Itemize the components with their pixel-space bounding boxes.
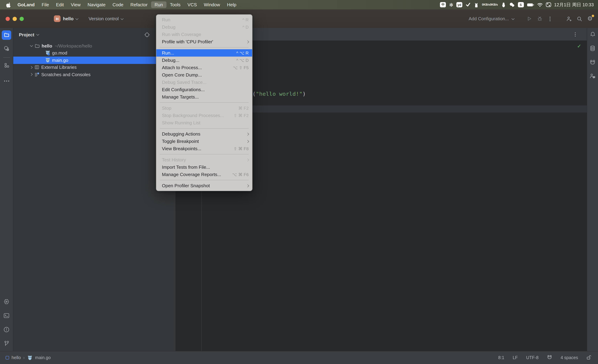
checkmark-app-icon[interactable] [465,2,471,8]
chatgpt-icon[interactable]: ✻ [449,2,453,8]
tree-row-scratches[interactable]: Scratches and Consoles [13,71,175,78]
tool-problems-button[interactable] [0,323,13,337]
menubar-item-help[interactable]: Help [224,1,240,8]
menubar-item-window[interactable]: Window [200,1,224,8]
qq-icon[interactable] [501,2,506,8]
menubar-item-view[interactable]: View [67,1,84,8]
menu-item-debug[interactable]: Debug^ D [156,24,252,31]
menu-item-profile-cpu[interactable]: Profile with 'CPU Profiler' [156,38,252,45]
cat-app-icon[interactable] [474,2,479,8]
project-badge[interactable]: H [54,15,60,22]
menu-item-debug-dialog[interactable]: Debug...^ ⌥ D [156,57,252,64]
tree-row-maingo[interactable]: main.go [13,57,175,64]
menu-item-edit-configurations[interactable]: Edit Configurations... [156,86,252,93]
youdao-icon[interactable]: yd [456,2,462,7]
menu-item-manage-coverage-reports[interactable]: Manage Coverage Reports...⌥ ⌘ F6 [156,171,252,178]
inspections-ok-icon[interactable]: ✓ [577,43,581,49]
menubar-item-refactor[interactable]: Refactor [127,1,151,8]
menu-item-stop[interactable]: Stop⌘ F2 [156,105,252,112]
menubar-item-code[interactable]: Code [109,1,127,8]
minimize-window-button[interactable] [13,16,17,21]
tool-commit-button[interactable]: ? [0,42,13,56]
input-method-icon[interactable]: 中 [440,2,446,7]
run-configuration-widget[interactable]: Add Configuration... [469,16,509,21]
menu-item-toggle-breakpoint[interactable]: Toggle Breakpoint [156,138,252,145]
menu-item-import-tests[interactable]: Import Tests from File... [156,163,252,171]
menu-item-run-with-coverage[interactable]: Run with Coverage [156,31,252,38]
menubar-item-vcs[interactable]: VCS [184,1,200,8]
network-speed-widget[interactable]: 0KB/s0KB/s [482,2,498,8]
battery-icon[interactable] [527,2,534,8]
tree-row-external-libraries[interactable]: External Libraries [13,64,175,71]
tree-row-hello[interactable]: hello ~/Workspace/hello [13,42,175,49]
zoom-window-button[interactable] [20,16,24,21]
wechat-icon[interactable] [509,2,515,8]
more-actions-button[interactable]: ⋮ [545,14,555,23]
menu-item-stop-background[interactable]: Stop Background Processes...⇧ ⌘ F2 [156,112,252,119]
menu-item-debugging-actions[interactable]: Debugging Actions [156,130,252,138]
project-panel: Project [13,28,176,351]
tool-run-button[interactable] [0,295,13,309]
expanded-chevron-icon[interactable] [30,44,33,47]
run-button[interactable] [524,14,534,23]
tool-gopher-button[interactable] [587,56,598,70]
menubar-clock[interactable]: 12月1日 周日 10:33 [554,1,594,8]
menubar-item-navigate[interactable]: Navigate [84,1,109,8]
menubar-item-tools[interactable]: Tools [166,1,184,8]
menubar-item-edit[interactable]: Edit [52,1,67,8]
tree-row-gomod[interactable]: go.mod [13,49,175,57]
line-ending-widget[interactable]: LF [513,355,518,360]
project-widget[interactable]: hello [63,16,74,21]
submenu-arrow-icon [246,133,249,136]
debug-button[interactable] [534,14,545,23]
tool-notifications-button[interactable] [587,28,598,42]
tool-project-button[interactable] [0,28,13,42]
breadcrumb-project[interactable]: hello [12,355,21,360]
indent-widget[interactable]: 4 spaces [561,355,578,360]
collapsed-chevron-icon[interactable] [30,73,33,76]
go-mod-file-icon [45,50,50,56]
project-panel-title[interactable]: Project [19,32,34,37]
settings-button[interactable]: ⚙ [585,14,595,23]
tool-terminal-button[interactable] [0,309,13,323]
tool-structure-button[interactable] [0,59,13,73]
more-tool-windows-button[interactable] [0,73,13,87]
project-panel-header: Project [13,28,175,41]
search-everywhere-button[interactable] [574,14,585,23]
screen: GoLand File Edit View Navigate Code Refa… [0,0,598,364]
unlocked-icon[interactable] [586,355,591,361]
menu-item-show-running-list[interactable]: Show Running List [156,119,252,126]
vcs-widget[interactable]: Version control [89,16,119,21]
tool-database-button[interactable] [587,42,598,56]
menubar-item-run[interactable]: Run [151,1,166,8]
menu-item-run-dialog[interactable]: Run...^ ⌥ R [156,49,252,57]
menu-item-test-history[interactable]: Test History [156,156,252,163]
menu-item-debug-saved-trace[interactable]: Debug Saved Trace... [156,79,252,86]
encoding-widget[interactable]: UTF-8 [526,355,539,360]
wifi-icon[interactable] [537,2,543,8]
go-sdk-icon[interactable] [547,355,552,361]
menu-item-attach-to-process[interactable]: Attach to Process...⌥ ⇧ F5 [156,64,252,71]
menubar-item-goland[interactable]: GoLand [14,1,38,8]
close-window-button[interactable] [6,16,10,21]
menu-item-run[interactable]: Run^ R [156,16,252,24]
run-menu-popup: Run^ R Debug^ D Run with Coverage Profil… [156,14,252,191]
tab-options-icon[interactable]: ⋮ [573,32,587,37]
apple-icon[interactable] [3,2,14,8]
select-opened-file-button[interactable] [143,30,151,39]
collapsed-chevron-icon[interactable] [30,66,33,69]
menubar-item-file[interactable]: File [38,1,52,8]
tool-code-with-me-button[interactable] [587,70,598,84]
menu-item-open-core-dump[interactable]: Open Core Dump... [156,71,252,79]
gopher-icon [590,60,596,66]
surge-icon[interactable]: S [518,2,524,7]
control-center-icon[interactable] [546,2,551,8]
menu-item-open-profiler-snapshot[interactable]: Open Profiler Snapshot [156,182,252,189]
add-user-button[interactable] [564,14,574,23]
menu-item-view-breakpoints[interactable]: View Breakpoints...⇧ ⌘ F8 [156,145,252,152]
titlebar-actions: Add Configuration... ⋮ ⚙ [469,14,598,23]
caret-position-widget[interactable]: 8:1 [498,355,504,360]
breadcrumb-file[interactable]: main.go [35,355,51,360]
tool-git-button[interactable] [0,337,13,351]
menu-item-manage-targets[interactable]: Manage Targets... [156,93,252,101]
